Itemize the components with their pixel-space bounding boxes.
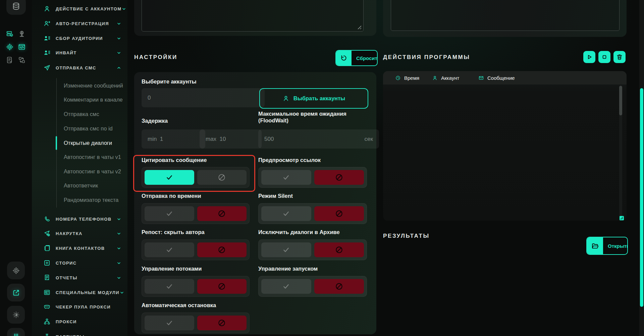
sidebar-item-auto-registration[interactable]: АВТО-РЕГИСТРАЦИЯ	[32, 16, 127, 31]
phone-icon	[43, 215, 51, 223]
sidebar-subitem-autoposting-v1[interactable]: Автопостинг в чаты v1	[64, 150, 124, 164]
check-icon	[281, 174, 291, 181]
code-window-icon[interactable]	[18, 43, 26, 51]
sidebar-subitem-channel-comments[interactable]: Комментарии в канале	[64, 93, 124, 107]
user-list-icon	[43, 49, 51, 57]
icon-rail	[0, 0, 32, 336]
toggle-yes-button[interactable]	[261, 242, 311, 257]
sidebar-item-boosting[interactable]: НАКРУТКА	[32, 226, 127, 241]
swap-icon[interactable]	[18, 56, 26, 64]
external-link-button[interactable]	[7, 284, 25, 301]
server-check-icon[interactable]	[6, 30, 14, 38]
toggle-no-button[interactable]	[197, 242, 247, 257]
message-textarea[interactable]	[142, 0, 364, 32]
toggle-no-button[interactable]	[314, 170, 364, 185]
toggle-yes-button[interactable]	[261, 206, 311, 221]
paper-plane-plus-icon	[43, 229, 51, 237]
app-root: ДЕЙСТВИЕ С АККАУНТОМ АВТО-РЕГИСТРАЦИЯ СБ…	[0, 0, 644, 336]
log-textarea[interactable]	[391, 0, 620, 31]
table-scrollbar-thumb[interactable]	[619, 86, 622, 115]
slash-icon	[335, 282, 343, 291]
toggle-no-button[interactable]	[197, 206, 247, 221]
results-title: РЕЗУЛЬТАТЫ	[383, 233, 430, 239]
slash-icon	[335, 245, 343, 254]
sidebar-item-partners[interactable]: ПАРТНЕРЫ	[32, 329, 127, 336]
delay-max-input[interactable]: max 10	[200, 129, 262, 149]
floodwait-unit: сек	[365, 136, 373, 143]
sidebar-item-account-actions[interactable]: ДЕЙСТВИЕ С АККАУНТОМ	[32, 1, 127, 16]
sidebar-item-audience-collection[interactable]: СБОР АУДИТОРИИ	[32, 31, 127, 46]
actions-table-header: Время Аккаунт Сообщение	[383, 71, 627, 85]
check-icon	[165, 319, 174, 327]
start-button[interactable]	[583, 51, 595, 63]
column-label: Сообщение	[487, 75, 515, 81]
sidebar-item-special-modules[interactable]: СПЕЦИАЛЬНЫЕ МОДУЛИ	[32, 285, 127, 300]
open-results-button[interactable]: Открыть	[586, 237, 628, 255]
folder-icon	[587, 237, 603, 254]
toggle-no-button[interactable]	[314, 242, 364, 257]
toggle-no-button[interactable]	[197, 316, 247, 330]
delay-min-input[interactable]: min 1	[142, 129, 205, 149]
subitem-label: Автопостинг в чаты v2	[64, 168, 121, 175]
sidebar-subitem-send-sms[interactable]: Отправка смс	[64, 107, 124, 121]
panel-resize-handle[interactable]	[620, 216, 624, 220]
brightness-button[interactable]	[7, 306, 25, 324]
toggle-yes-button[interactable]	[145, 170, 194, 185]
external-link-icon	[12, 289, 20, 297]
user-plus-icon	[43, 19, 51, 27]
toggle-no-button[interactable]	[197, 279, 247, 294]
toggle-yes-button[interactable]	[261, 279, 311, 294]
sidebar-item-invite[interactable]: ИНВАЙТ	[32, 45, 127, 60]
sidebar-subitem-edit-messages[interactable]: Изменение сообщений	[64, 78, 124, 93]
sidebar-item-phone-numbers[interactable]: НОМЕРА ТЕЛЕФОНОВ	[32, 212, 127, 226]
user-list-icon	[43, 34, 51, 42]
sidebar-item-proxy[interactable]: ПРОКСИ	[32, 314, 127, 329]
slash-icon	[217, 173, 226, 182]
page-scrollbar-thumb[interactable]	[640, 88, 643, 307]
stop-button[interactable]	[598, 51, 610, 63]
sidebar-item-send-sms[interactable]: ОТПРАВКА СМС	[32, 60, 127, 75]
sidebar-item-label: НОМЕРА ТЕЛЕФОНОВ	[56, 217, 111, 222]
toggle-no-button[interactable]	[314, 279, 364, 294]
choose-accounts-button[interactable]: Выбрать аккаунты	[259, 88, 368, 109]
column-account: Аккаунт	[432, 71, 459, 85]
sidebar-item-reports[interactable]: ОТЧЕТЫ	[32, 270, 127, 285]
toggle-yes-button[interactable]	[145, 316, 194, 330]
sidebar-subitem-open-dialogs[interactable]: Открытые диалоги	[64, 136, 124, 150]
task-check-icon[interactable]	[6, 56, 14, 64]
toggle-yes-button[interactable]	[145, 242, 194, 257]
toggle-yes-button[interactable]	[261, 170, 311, 185]
subitem-label: Отправка смс	[64, 111, 99, 117]
sidebar-subitem-autoresponder[interactable]: Автоответчик	[64, 178, 124, 192]
toggle-yes-button[interactable]	[145, 279, 194, 294]
slash-icon	[217, 209, 226, 218]
sidebar-subitem-send-sms-by-id[interactable]: Отправка смс по id	[64, 121, 124, 135]
chevron-down-icon	[116, 334, 121, 336]
subitem-label: Изменение сообщений	[64, 82, 123, 89]
toggle-no-button[interactable]	[314, 206, 364, 221]
clock-icon	[395, 75, 401, 81]
gear-icon[interactable]	[6, 43, 14, 51]
settings-button[interactable]	[7, 262, 25, 279]
toggle-yes-button[interactable]	[145, 206, 194, 221]
reset-button[interactable]: Сбросить	[335, 50, 378, 66]
clear-button[interactable]	[613, 51, 626, 63]
sidebar-item-proxy-pool-checker[interactable]: ЧЕКЕР ПУЛА ПРОКСИ	[32, 299, 127, 314]
accounts-count-input[interactable]: 0	[142, 88, 265, 107]
sliders-button[interactable]	[7, 328, 25, 336]
sidebar-item-stories[interactable]: СТОРИС	[32, 256, 127, 270]
database-button[interactable]	[6, 0, 26, 15]
page-scrollbar-track[interactable]	[639, 0, 644, 336]
sidebar-subitem-autoposting-v2[interactable]: Автопостинг в чаты v2	[64, 164, 124, 178]
envelope-icon	[478, 75, 484, 81]
floodwait-input[interactable]: 500 сек	[258, 129, 379, 149]
slash-icon	[217, 319, 226, 327]
mask-icon	[43, 303, 51, 311]
toggle-no-button[interactable]	[197, 170, 247, 185]
sidebar-item-contact-book[interactable]: КНИГА КОНТАКТОВ	[32, 241, 127, 256]
webcam-icon[interactable]	[18, 30, 26, 38]
chevron-down-icon	[116, 261, 121, 266]
sidebar-subitem-text-randomizer[interactable]: Рандомизатор текста	[64, 193, 124, 207]
chevron-down-icon	[116, 246, 121, 251]
check-icon	[165, 210, 174, 217]
